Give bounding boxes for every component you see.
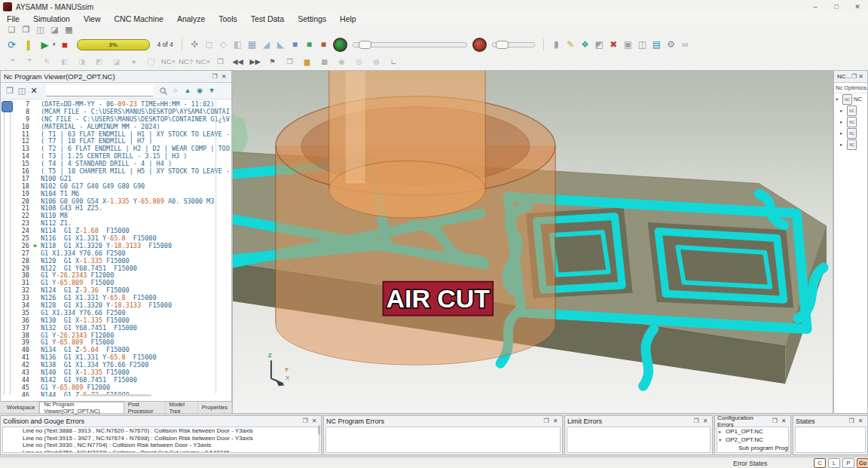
nc-optimize-root[interactable]: ▾ NC NC xyxy=(834,93,867,105)
code-line[interactable]: 35 G1 X1.334 Y76.66 F2500 xyxy=(1,309,231,317)
code-line[interactable]: 7 (DATE=DD-MM-YY - 06-09-23 TIME=HH:MM -… xyxy=(1,100,231,108)
feed-override-slider[interactable] xyxy=(492,42,535,47)
code-line[interactable]: 18 N102 G0 G17 G40 G49 G80 G90 xyxy=(1,182,231,190)
nc-search-icon[interactable]: NC? xyxy=(178,56,194,68)
code-line[interactable]: 42 N138 G1 X1.334 Y76.66 F2500 xyxy=(1,361,231,369)
step-forward-icon[interactable]: ▶▶ xyxy=(247,56,263,68)
code-line[interactable]: 31 G1 Y-65.809 F15000 xyxy=(1,279,231,286)
code-line[interactable]: 37 N132 G1 Y68.7451 F15000 xyxy=(1,324,231,332)
save-icon[interactable]: ▦ xyxy=(62,23,76,35)
section-left-icon[interactable]: ◢ xyxy=(259,38,274,50)
code-line[interactable]: 17 N100 G21 xyxy=(1,175,231,182)
maximize-button[interactable]: □ xyxy=(826,3,847,11)
comment-show-icon[interactable]: ❞ xyxy=(22,56,38,68)
search-icon[interactable] xyxy=(159,87,168,96)
nc-optimize-item[interactable]: ▸ NC xyxy=(834,116,867,127)
pin-icon[interactable]: ❐ xyxy=(770,418,779,424)
config-node-op1[interactable]: ▸ OP1_OPT.NC xyxy=(717,427,788,436)
view-zoom-icon[interactable]: ◧ xyxy=(231,38,245,50)
code-line[interactable]: 24 N114 G1 Z-1.68 F15000 xyxy=(1,227,231,234)
edit-toolpath-icon[interactable]: ✎ xyxy=(564,38,578,50)
close-icon[interactable]: ✕ xyxy=(856,418,865,424)
setup-icon[interactable]: ⚙ xyxy=(664,38,678,50)
code-line[interactable]: 43 N140 G1 X-1.335 F15000 xyxy=(1,369,231,376)
stock-left-icon[interactable]: ◧ xyxy=(57,56,72,68)
stock-bottom-icon[interactable]: ◪ xyxy=(108,56,124,68)
doc-export-icon[interactable]: ❐ xyxy=(212,56,228,68)
nc-search-input[interactable] xyxy=(46,85,153,96)
slider-thumb[interactable] xyxy=(359,41,371,49)
highlight-icon[interactable]: ● xyxy=(126,56,142,68)
table-icon[interactable]: ▦ xyxy=(316,56,332,68)
optimize-icon[interactable]: ❖ xyxy=(578,38,592,50)
view-rotate-icon[interactable]: ◇ xyxy=(216,38,231,50)
close-icon[interactable]: ✕ xyxy=(857,73,864,80)
view-grid-icon[interactable]: ▦ xyxy=(245,38,259,50)
code-line[interactable]: 13 ( T2 | 6 FLAT ENDMILL | H2 | D2 | WEA… xyxy=(1,145,231,152)
stock-solid-icon[interactable]: ■ xyxy=(288,38,302,50)
code-line[interactable]: 28 N120 G1 X-1.335 F15000 xyxy=(1,257,231,265)
refresh-button[interactable]: ⟳ xyxy=(5,38,19,50)
link-icon[interactable]: ∞ xyxy=(678,38,692,50)
code-line[interactable]: 8 (MCAM FILE - C:\USERS\MANUS\DESKTOP\AY… xyxy=(1,108,231,115)
comment-edit-icon[interactable]: ✎ xyxy=(39,56,55,68)
chevron-icon[interactable]: ▸ xyxy=(840,142,845,148)
chevron-icon[interactable]: ▾ xyxy=(719,437,724,443)
tab-post-processor[interactable]: Post Processor xyxy=(124,402,166,413)
error-list[interactable] xyxy=(326,427,561,453)
code-line[interactable]: 9 (NC FILE - C:\USERS\MANUS\DESKTOP\CONT… xyxy=(1,115,231,123)
pin-icon[interactable]: ❐ xyxy=(692,418,701,424)
viewport-3d[interactable]: AIR CUT Z Y X xyxy=(232,70,833,414)
close-icon[interactable]: ✕ xyxy=(310,418,319,424)
new-file-icon[interactable]: ❏ xyxy=(5,23,19,35)
code-line[interactable]: 16 ( T5 | 10 CHAMFER MILL | H5 | XY STOC… xyxy=(1,167,231,175)
stock-top-icon[interactable]: ◩ xyxy=(91,56,107,68)
code-line[interactable]: 10 (MATERIAL - ALUMINUM MM - 2024) xyxy=(1,123,231,130)
csys-icon[interactable]: ∟ xyxy=(386,56,402,68)
code-line[interactable]: 22 N110 M8 xyxy=(1,212,231,219)
library-icon[interactable]: ▤ xyxy=(649,38,664,50)
code-line[interactable]: 27 G1 X1.334 Y76.66 F2500 xyxy=(1,249,231,257)
view-pan-icon[interactable]: ◻ xyxy=(202,38,216,50)
menu-item[interactable]: View xyxy=(77,14,108,23)
chart-icon[interactable]: ▆ xyxy=(299,56,315,68)
code-line[interactable]: 32 N124 G1 Z-3.36 F15000 xyxy=(1,286,231,294)
code-line[interactable]: 23 N112 Z1. xyxy=(1,219,231,227)
pin-icon[interactable]: ❐ xyxy=(542,418,551,424)
code-line[interactable]: 12 ( T7 | 10 FLAT ENDMILL | H7 ) xyxy=(1,137,231,145)
config-node-op2[interactable]: ▾ OP2_OPT.NC xyxy=(717,436,788,444)
pause-button[interactable]: ∥ xyxy=(21,38,35,50)
machine-sim-icon[interactable]: ■ xyxy=(302,38,316,50)
ellipse-icon[interactable]: ◯ xyxy=(143,56,159,68)
nc-remove-icon[interactable]: NC× xyxy=(195,56,211,68)
collision-view-icon[interactable]: ■ xyxy=(316,38,331,50)
menu-item[interactable]: Help xyxy=(333,14,363,23)
section-right-icon[interactable]: ◣ xyxy=(274,38,288,50)
tab-nc-program-viewer[interactable]: Nc Program Viewer(OP2_OPT.NC) xyxy=(39,402,124,413)
code-line[interactable]: 38 G1 Y-26.2343 F12000 xyxy=(1,332,231,339)
code-line[interactable]: 33 N126 G1 X1.331 Y-65.8 F15000 xyxy=(1,294,231,301)
match-case-icon[interactable]: ○ xyxy=(170,85,182,97)
code-line[interactable]: 36 N130 G1 X-1.335 F15000 xyxy=(1,317,231,324)
menu-item[interactable]: Test Data xyxy=(244,14,291,23)
error-line[interactable]: Line no (Text:3915 - 3927 , NC:N7674 - N… xyxy=(3,435,319,442)
error-stop-icon[interactable]: ✖ xyxy=(607,38,621,50)
code-line[interactable]: 30 G1 Y-26.2343 F12000 xyxy=(1,271,231,279)
code-line[interactable]: 41 N136 G1 X1.331 Y-65.8 F15000 xyxy=(1,353,231,361)
close-icon[interactable]: ✕ xyxy=(551,418,560,424)
tab-workspace[interactable]: Workspace xyxy=(3,402,39,413)
code-line[interactable]: 39 G1 Y-65.809 F15000 xyxy=(1,339,231,347)
spindle-icon[interactable]: ▮ xyxy=(549,38,564,50)
close-machine-icon[interactable]: ◪ xyxy=(47,23,62,35)
chevron-icon[interactable]: ▸ xyxy=(840,108,845,114)
code-line[interactable]: 11 ( T1 | 63 FLAT ENDMILL | H1 | XY STOC… xyxy=(1,130,231,138)
pin-icon[interactable]: ❐ xyxy=(210,73,219,80)
nc-open-icon[interactable]: ❐ xyxy=(4,85,16,97)
code-line[interactable]: 26 ▶ N118 G1 X1.3320 Y-18.3133 F15000 xyxy=(1,242,231,249)
open-file-icon[interactable]: ❐ xyxy=(19,23,33,35)
code-line[interactable]: 45 G1 Y-65.809 F12000 xyxy=(1,384,231,391)
close-icon[interactable]: ✕ xyxy=(779,418,788,424)
error-list[interactable]: Line no (Text:3888 - 3913 , NC:N7620 - N… xyxy=(2,427,319,453)
find-prev-icon[interactable]: ▲ xyxy=(182,85,194,97)
code-line[interactable]: 21 N108 G43 H1 Z25. xyxy=(1,204,231,212)
